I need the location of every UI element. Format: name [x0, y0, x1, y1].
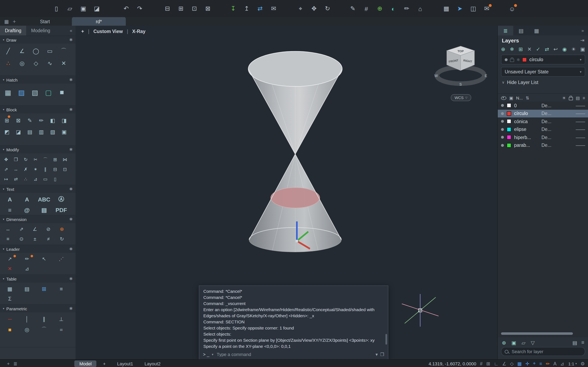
hatch-boundary-icon[interactable]: ▢ [42, 85, 55, 100]
command-input[interactable] [216, 351, 373, 357]
horizontal-scrollbar[interactable] [501, 332, 573, 335]
manage-blocks-icon[interactable]: ▤ [24, 126, 35, 137]
save-as-icon[interactable]: ◪ [93, 4, 101, 13]
thaw-column-icon[interactable]: ☀ [562, 95, 566, 100]
viewport-view-menu[interactable]: Custom View [93, 29, 123, 34]
mirror-icon[interactable]: ⋈ [60, 155, 70, 164]
command-options-caret-icon[interactable]: ▾ [212, 352, 213, 356]
concentric-constraint-icon[interactable]: ◎ [18, 324, 35, 335]
layer-filter-icon[interactable]: ▽ [531, 340, 535, 346]
previous-layer-icon[interactable]: ↩ [553, 46, 558, 52]
gear-icon[interactable]: ✱ [69, 107, 73, 112]
add-view-icon[interactable]: + [7, 361, 9, 366]
layer-status-dot[interactable] [501, 128, 504, 131]
section-parametric-header[interactable]: ▾ Parametric ✱ [0, 305, 76, 312]
center-mark-icon[interactable]: ⊙ [15, 234, 28, 244]
layer-search-box[interactable] [501, 347, 585, 356]
layer-linetype-sample[interactable]: —— [576, 135, 585, 140]
explode-icon[interactable]: ✶ [31, 164, 40, 174]
replace-block-icon[interactable]: ▧ [47, 126, 58, 137]
lock-column-icon[interactable] [569, 97, 573, 100]
dwg-compare-icon[interactable]: ⇄ [256, 4, 264, 13]
header-menu-icon[interactable]: ≡ [583, 95, 585, 100]
new-layer-vp-icon[interactable]: ⊞ [519, 46, 523, 52]
circle-icon[interactable]: ◯ [29, 45, 43, 57]
diameter-dim-icon[interactable]: ⊘ [42, 224, 55, 234]
attach-icon[interactable]: ◧ [47, 115, 58, 126]
isolate-layer-icon[interactable]: ◉ [562, 46, 567, 52]
panel-expand-button[interactable]: » [581, 28, 587, 33]
compass-south-label[interactable]: S [459, 82, 462, 86]
dim-update-icon[interactable]: ↻ [55, 234, 69, 244]
copy-icon[interactable]: ❐ [11, 155, 21, 164]
set-current-icon[interactable]: ✓ [536, 46, 540, 52]
object-snap-icon[interactable]: ▦ [517, 361, 522, 366]
tab-modeling[interactable]: Modeling [26, 26, 55, 35]
layer-status-dot[interactable] [501, 104, 504, 107]
orbit-icon[interactable]: ↻ [323, 4, 332, 13]
annotation-scale-icon[interactable]: A [553, 361, 557, 366]
point-icon[interactable]: ∴ [1, 57, 15, 69]
command-scrollbar[interactable] [385, 334, 387, 345]
layer-row[interactable]: parab... De... —— [498, 141, 588, 149]
grid-display-icon[interactable]: # [480, 361, 483, 366]
baseline-dim-icon[interactable]: ≡ [1, 234, 15, 244]
layer-status-dot[interactable] [501, 144, 504, 147]
hatch-gradient2-icon[interactable]: ▧ [28, 85, 42, 100]
columns-icon[interactable]: ▤ [572, 340, 577, 346]
section-hatch-header[interactable]: ▾ Hatch ✱ [0, 76, 76, 83]
overkill-icon[interactable]: ▯ [50, 174, 60, 184]
purge-icon[interactable]: ▣ [58, 126, 70, 137]
linear-constraint-icon[interactable]: ─ [1, 314, 18, 324]
layer-linetype-sample[interactable]: —— [576, 143, 585, 148]
table-cell-icon[interactable]: ⊞ [35, 284, 53, 294]
count-blocks-icon[interactable]: ▥ [35, 126, 47, 137]
import-icon[interactable]: ↧ [229, 4, 237, 13]
layer-status-dot[interactable] [501, 120, 504, 123]
formula-icon[interactable]: Σ [1, 294, 18, 303]
new-layout-button[interactable]: + [98, 360, 111, 367]
rectangle-icon[interactable]: ▭ [43, 45, 57, 57]
line-icon[interactable]: ╱ [1, 45, 15, 57]
new-layer-frozen-icon[interactable]: ❄ [510, 46, 514, 52]
sort-icon[interactable]: ⇅ [526, 95, 529, 100]
text-columns-icon[interactable]: ▤ [35, 205, 53, 215]
spell-check-icon[interactable]: ABC [35, 194, 53, 205]
multileader-icon[interactable]: ↗ [1, 254, 18, 264]
tab-layout1[interactable]: Layout1 [112, 360, 138, 367]
properties-tab-icon[interactable]: ▤ [513, 26, 529, 35]
section-draw-header[interactable]: ▾ Draw ✱ [0, 36, 76, 44]
scale-icon[interactable]: ⇗ [1, 164, 11, 174]
snap-mode-icon[interactable]: ⊞ [486, 361, 490, 366]
plot-icon[interactable]: ⊟ [163, 4, 172, 13]
offset-icon[interactable]: ∥ [40, 164, 50, 174]
units-icon[interactable]: ⊿ [560, 361, 564, 366]
new-layer-state-icon[interactable]: ⊕ [502, 340, 506, 346]
capture-icon[interactable]: ◫ [469, 4, 477, 13]
app-grid-icon[interactable]: ▦ [2, 17, 11, 26]
create-block-icon[interactable]: ⊠ [13, 115, 24, 126]
gear-icon[interactable]: ✱ [69, 217, 73, 221]
linear-dim-icon[interactable]: ↔ [1, 224, 15, 234]
compass-east-label[interactable]: E [485, 74, 487, 78]
layer-name[interactable]: parab... [514, 143, 539, 148]
section-leader-header[interactable]: ▾ Leader ✱ [0, 245, 76, 253]
layer-row[interactable]: hiperb... De... —— [498, 133, 588, 141]
attribute-icon[interactable]: ◨ [58, 115, 70, 126]
etransmit-icon[interactable]: ✉ [269, 4, 278, 13]
gear-icon[interactable]: ✱ [69, 247, 73, 251]
rotate-icon[interactable]: ↻ [21, 155, 31, 164]
page-setup-icon[interactable]: ⊡ [190, 4, 199, 13]
arc-icon[interactable]: ⌒ [57, 45, 71, 57]
layer-name[interactable]: 0 [514, 103, 539, 108]
tolerance-icon[interactable]: ± [28, 234, 42, 244]
viewport-visual-style-menu[interactable]: X-Ray [132, 29, 145, 34]
annotate-icon[interactable]: ✏ [403, 4, 411, 13]
layer-color-swatch[interactable] [507, 103, 511, 108]
command-window[interactable]: Command: *Cancel*Command: *Cancel*Comman… [199, 285, 388, 359]
symbol-icon[interactable]: @ [18, 205, 35, 215]
mleader-edit-icon[interactable]: ✏ [18, 254, 35, 264]
layer-row[interactable]: elipse De... —— [498, 125, 588, 133]
plot-preview-icon[interactable]: ⊞ [177, 4, 185, 13]
layer-color-swatch[interactable] [507, 143, 511, 148]
